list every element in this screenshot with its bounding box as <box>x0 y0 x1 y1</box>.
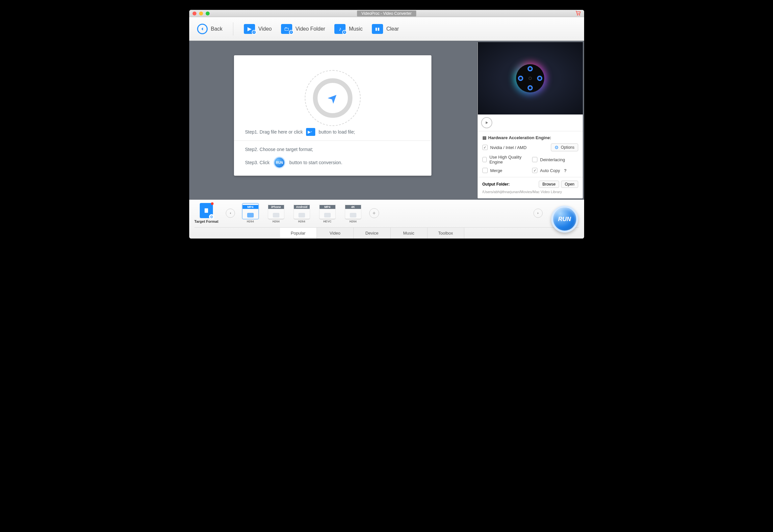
preview-controls <box>478 114 583 131</box>
add-music-label: Music <box>349 26 363 32</box>
output-folder-section: Output Folder: Browse Open /Users/abhiji… <box>478 177 583 198</box>
tab-toolbox[interactable]: Toolbox <box>427 228 464 239</box>
video-icon: ▶+ <box>306 128 315 136</box>
format-card[interactable]: MP4H264 <box>240 204 261 223</box>
output-folder-label: Output Folder: <box>482 182 510 187</box>
drop-ring-icon: ➤ <box>305 70 361 126</box>
footer: ⚙ Target Format MP4H264iPhoneH264Android… <box>189 200 584 239</box>
gpu-checkbox[interactable]: Nvidia / Intel / AMD <box>482 145 527 150</box>
step1-text-a: Step1. Drag file here or click <box>245 129 303 135</box>
format-card[interactable]: AndroidH264 <box>291 204 313 223</box>
options-label: Options <box>561 145 574 150</box>
add-video-folder-button[interactable]: 🗀+ Video Folder <box>281 24 325 34</box>
back-arrow-icon <box>197 24 208 34</box>
close-window-button[interactable] <box>193 12 196 15</box>
format-codec-label: H264 <box>298 220 305 223</box>
svg-point-0 <box>577 14 578 15</box>
format-card[interactable]: MP4HEVC <box>317 204 338 223</box>
formats-next-button[interactable] <box>533 209 543 218</box>
merge-label: Merge <box>490 168 502 173</box>
format-codec-label: H264 <box>349 220 357 223</box>
options-button[interactable]: ⚙ Options <box>551 143 578 151</box>
gpu-label: Nvidia / Intel / AMD <box>490 145 527 150</box>
help-icon[interactable]: ? <box>564 168 567 173</box>
cart-icon[interactable] <box>576 11 581 16</box>
svg-point-1 <box>579 14 580 15</box>
deinterlacing-checkbox[interactable]: Deinterlacing <box>532 155 578 165</box>
hardware-accel-section: ▤ Hardware Acceleration Engine: Nvidia /… <box>478 131 583 177</box>
tab-popular[interactable]: Popular <box>280 228 317 239</box>
main-panel: ➤ Step1. Drag file here or click ▶+ butt… <box>189 41 476 200</box>
gear-icon: ⚙ <box>554 145 559 150</box>
add-format-button[interactable]: + <box>369 208 379 218</box>
run-small-icon: RUN <box>273 157 285 168</box>
upload-arrow-icon: ➤ <box>324 90 340 106</box>
tab-video[interactable]: Video <box>317 228 354 239</box>
svg-rect-2 <box>205 208 208 213</box>
zoom-window-button[interactable] <box>206 12 210 15</box>
drop-zone[interactable]: ➤ Step1. Drag file here or click ▶+ butt… <box>234 55 431 141</box>
format-codec-label: H264 <box>247 220 254 223</box>
format-top-label: MP4 <box>320 205 335 209</box>
toolbar-divider <box>233 22 233 36</box>
app-logo-icon <box>510 59 550 98</box>
folder-icon: 🗀+ <box>281 24 292 34</box>
autocopy-checkbox[interactable]: Auto Copy ? <box>532 168 578 173</box>
target-format-label: Target Format <box>194 219 219 223</box>
merge-checkbox[interactable]: Merge <box>482 168 528 173</box>
titlebar: VideoProc - Video Converter <box>189 10 584 17</box>
format-top-label: 4K <box>345 205 361 209</box>
back-label: Back <box>211 26 223 32</box>
add-video-button[interactable]: ▶+ Video <box>244 24 272 34</box>
run-button[interactable]: RUN <box>551 206 578 233</box>
browse-button[interactable]: Browse <box>539 181 559 188</box>
format-card[interactable]: iPhoneH264 <box>265 204 287 223</box>
gear-icon: ⚙ <box>209 214 214 219</box>
footer-tabs: Popular Video Device Music Toolbox <box>194 227 579 239</box>
side-panel: ▤ Hardware Acceleration Engine: Nvidia /… <box>477 42 583 198</box>
deint-label: Deinterlacing <box>540 157 565 162</box>
step2-text: Step2. Choose one target format; <box>245 147 420 152</box>
format-list: MP4H264iPhoneH264AndroidH264MP4HEVC4KH26… <box>240 204 529 223</box>
trash-icon: ▮▮ <box>372 24 383 34</box>
hq-label: Use High Quality Engine <box>489 155 528 165</box>
autocopy-label: Auto Copy <box>540 168 560 173</box>
preview-area <box>478 42 583 114</box>
tab-device[interactable]: Device <box>354 228 391 239</box>
drop-card: ➤ Step1. Drag file here or click ▶+ butt… <box>234 55 431 176</box>
back-button[interactable]: Back <box>197 24 223 34</box>
play-button[interactable] <box>481 117 492 128</box>
music-icon: ♪+ <box>334 24 346 34</box>
content-area: ➤ Step1. Drag file here or click ▶+ butt… <box>189 41 584 200</box>
window-controls <box>189 12 210 15</box>
video-icon: ▶+ <box>244 24 255 34</box>
accel-title: Hardware Acceleration Engine: <box>488 135 552 140</box>
output-path: /Users/abhijithnarjunan/Movies/Mac Video… <box>482 190 578 194</box>
step3-text-a: Step3. Click <box>245 160 270 165</box>
format-top-label: Android <box>294 205 310 209</box>
format-top-label: iPhone <box>268 205 284 209</box>
add-video-label: Video <box>258 26 272 32</box>
tab-music[interactable]: Music <box>391 228 427 239</box>
window-title: VideoProc - Video Converter <box>357 11 416 16</box>
target-format-button[interactable]: ⚙ Target Format <box>194 203 219 223</box>
minimize-window-button[interactable] <box>199 12 203 15</box>
chip-icon: ▤ <box>482 135 486 140</box>
step3-text-b: button to start conversion. <box>289 160 342 165</box>
format-codec-label: H264 <box>272 220 280 223</box>
toolbar: Back ▶+ Video 🗀+ Video Folder ♪+ Music ▮… <box>189 17 584 41</box>
format-top-label: MP4 <box>243 205 258 209</box>
open-button[interactable]: Open <box>561 181 578 188</box>
step1-text-b: button to load file; <box>319 129 355 135</box>
clear-label: Clear <box>386 26 399 32</box>
clear-button[interactable]: ▮▮ Clear <box>372 24 399 34</box>
target-format-icon: ⚙ <box>200 203 213 218</box>
formats-prev-button[interactable] <box>226 209 235 218</box>
format-codec-label: HEVC <box>323 220 331 223</box>
app-window: VideoProc - Video Converter Back ▶+ Vide… <box>189 10 584 239</box>
drop-steps: Step2. Choose one target format; Step3. … <box>234 141 431 176</box>
format-card[interactable]: 4KH264 <box>342 204 364 223</box>
add-folder-label: Video Folder <box>296 26 325 32</box>
hq-engine-checkbox[interactable]: Use High Quality Engine <box>482 155 528 165</box>
add-music-button[interactable]: ♪+ Music <box>334 24 363 34</box>
